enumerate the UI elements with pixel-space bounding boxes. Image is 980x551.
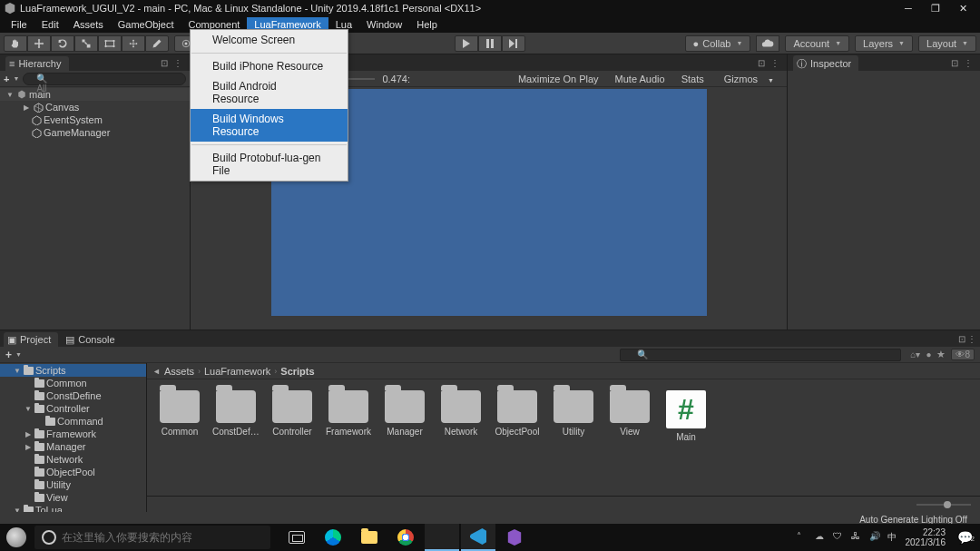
project-tree-item[interactable]: ▼Scripts bbox=[0, 364, 146, 377]
breadcrumb-scripts[interactable]: Scripts bbox=[280, 366, 314, 377]
close-button[interactable]: ✕ bbox=[949, 0, 976, 16]
project-tree-item[interactable]: ▶ConstDefine bbox=[0, 389, 146, 402]
folder-item[interactable]: ObjectPool bbox=[495, 390, 539, 442]
project-tree-item[interactable]: ▼Controller bbox=[0, 402, 146, 415]
folder-item[interactable]: Utility bbox=[552, 390, 595, 442]
pause-button[interactable] bbox=[478, 35, 502, 52]
folder-item[interactable]: Controller bbox=[270, 390, 314, 442]
project-search[interactable]: 🔍 bbox=[620, 349, 901, 361]
ime-indicator[interactable]: 中 bbox=[887, 531, 897, 544]
vs-app-icon[interactable] bbox=[497, 524, 532, 551]
project-tree-item[interactable]: ▶View bbox=[0, 491, 146, 504]
unity-hub-app-icon[interactable] bbox=[425, 524, 459, 551]
layout-dropdown[interactable]: Layout▼ bbox=[918, 35, 976, 52]
panel-lock-icon[interactable]: ⊡ bbox=[756, 58, 767, 68]
windows-search-input[interactable] bbox=[62, 531, 263, 544]
maximize-on-play[interactable]: Maximize On Play bbox=[514, 74, 603, 84]
breadcrumb-luaframework[interactable]: LuaFramework bbox=[204, 366, 270, 377]
project-tree-item[interactable]: ▶Network bbox=[0, 453, 146, 466]
menu-file[interactable]: File bbox=[4, 17, 34, 32]
folder-item[interactable]: Manager bbox=[383, 390, 426, 442]
panel-menu-icon[interactable]: ⋮ bbox=[172, 58, 184, 68]
project-tree-item[interactable]: ▶Framework bbox=[0, 428, 146, 440]
menu-help[interactable]: Help bbox=[409, 17, 445, 32]
menu-window[interactable]: Window bbox=[359, 17, 409, 32]
search-by-label-icon[interactable]: ● bbox=[926, 349, 931, 359]
account-dropdown[interactable]: Account▼ bbox=[785, 35, 849, 52]
task-view-button[interactable] bbox=[279, 524, 314, 551]
tray-network-icon[interactable]: 🖧 bbox=[851, 531, 864, 544]
project-tree-item[interactable]: ▶Utility bbox=[0, 478, 146, 491]
file-item[interactable]: #Main bbox=[664, 390, 708, 442]
expand-arrow-icon[interactable]: ▶ bbox=[24, 456, 33, 464]
menu-assets[interactable]: Assets bbox=[66, 17, 111, 32]
project-tab[interactable]: ▣ Project bbox=[4, 332, 58, 348]
transform-tool-icon[interactable] bbox=[122, 35, 145, 52]
folder-item[interactable]: Network bbox=[439, 390, 483, 442]
menu-gameobject[interactable]: GameObject bbox=[111, 17, 181, 32]
step-button[interactable] bbox=[502, 35, 525, 52]
taskbar-clock[interactable]: 22:23 2021/3/16 bbox=[902, 527, 950, 547]
hierarchy-search[interactable]: 🔍 bbox=[23, 73, 186, 85]
folder-item[interactable]: ConstDefi... bbox=[214, 390, 258, 442]
expand-arrow-icon[interactable]: ▶ bbox=[24, 430, 33, 438]
notification-button[interactable]: 💬 2 bbox=[955, 530, 975, 545]
hierarchy-tab[interactable]: ≡ Hierarchy bbox=[5, 56, 69, 71]
hidden-packages-badge[interactable]: 👁8 bbox=[951, 349, 975, 360]
folder-item[interactable]: View bbox=[608, 390, 652, 442]
expand-arrow-icon[interactable]: ▶ bbox=[24, 468, 33, 477]
tray-shield-icon[interactable]: 🛡 bbox=[833, 531, 846, 544]
vscode-app-icon[interactable] bbox=[461, 524, 495, 551]
dd-welcome-screen[interactable]: Welcome Screen bbox=[191, 30, 348, 50]
hierarchy-item-eventsystem[interactable]: EventSystem bbox=[0, 113, 190, 126]
panel-lock-icon[interactable]: ⊡ bbox=[159, 58, 170, 68]
stats-toggle[interactable]: Stats bbox=[678, 74, 708, 84]
start-avatar[interactable] bbox=[0, 524, 33, 551]
create-asset-button[interactable]: + bbox=[5, 349, 12, 361]
windows-search[interactable] bbox=[34, 526, 270, 549]
play-button[interactable] bbox=[455, 35, 478, 52]
project-tree-item[interactable]: ▶ObjectPool bbox=[0, 466, 146, 478]
add-gameobject-button[interactable]: + bbox=[4, 74, 9, 84]
panel-lock-icon[interactable]: ⊡ bbox=[949, 58, 960, 68]
expand-arrow-icon[interactable]: ▶ bbox=[24, 443, 33, 451]
project-tree-item[interactable]: ▶Manager bbox=[0, 440, 146, 453]
search-by-type-icon[interactable]: ⌂▾ bbox=[910, 349, 920, 359]
expand-arrow-icon[interactable]: ▼ bbox=[13, 367, 22, 375]
project-tree-item[interactable]: ▶Command bbox=[0, 415, 146, 428]
console-tab[interactable]: ▤ Console bbox=[62, 332, 122, 348]
expand-arrow-icon[interactable]: ▶ bbox=[24, 392, 33, 400]
panel-menu-icon[interactable]: ⋮ bbox=[967, 334, 976, 344]
expand-arrow-icon[interactable]: ▶ bbox=[24, 481, 33, 489]
fav-icon[interactable]: ★ bbox=[936, 349, 946, 360]
collab-dropdown[interactable]: ● Collab▼ bbox=[685, 35, 751, 52]
icon-size-slider[interactable] bbox=[916, 499, 971, 510]
tray-cloud-icon[interactable]: ☁ bbox=[815, 531, 828, 544]
expand-arrow-icon[interactable]: ▶ bbox=[34, 418, 44, 426]
edge-app-icon[interactable] bbox=[316, 524, 350, 551]
maximize-button[interactable]: ❐ bbox=[922, 0, 949, 16]
scale-tool-icon[interactable] bbox=[74, 35, 98, 52]
breadcrumb-assets[interactable]: Assets bbox=[164, 366, 194, 377]
expand-arrow-icon[interactable]: ▶ bbox=[24, 379, 33, 388]
mute-audio[interactable]: Mute Audio bbox=[612, 74, 669, 84]
panel-menu-icon[interactable]: ⋮ bbox=[962, 58, 975, 68]
expand-arrow-icon[interactable]: ▼ bbox=[24, 405, 33, 413]
file-explorer-app-icon[interactable] bbox=[352, 524, 387, 551]
project-tree-item[interactable]: ▼ToLua bbox=[0, 504, 146, 512]
expand-arrow-icon[interactable]: ▶ bbox=[24, 494, 33, 502]
tray-volume-icon[interactable]: 🔊 bbox=[869, 531, 882, 544]
rect-tool-icon[interactable] bbox=[98, 35, 122, 52]
tray-chevron-icon[interactable]: ˄ bbox=[797, 531, 809, 544]
rotate-tool-icon[interactable] bbox=[51, 35, 74, 52]
dd-build-windows[interactable]: Build Windows Resource bbox=[191, 109, 348, 142]
folder-item[interactable]: Framework bbox=[327, 390, 370, 442]
cloud-icon[interactable] bbox=[756, 35, 779, 52]
chrome-app-icon[interactable] bbox=[388, 524, 423, 551]
dd-build-android[interactable]: Build Android Resource bbox=[191, 76, 348, 109]
inspector-tab[interactable]: ⓘ Inspector bbox=[793, 55, 858, 73]
folder-item[interactable]: Common bbox=[158, 390, 201, 442]
hierarchy-search-input[interactable] bbox=[36, 84, 172, 93]
move-tool-icon[interactable] bbox=[27, 35, 51, 52]
layers-dropdown[interactable]: Layers▼ bbox=[855, 35, 913, 52]
